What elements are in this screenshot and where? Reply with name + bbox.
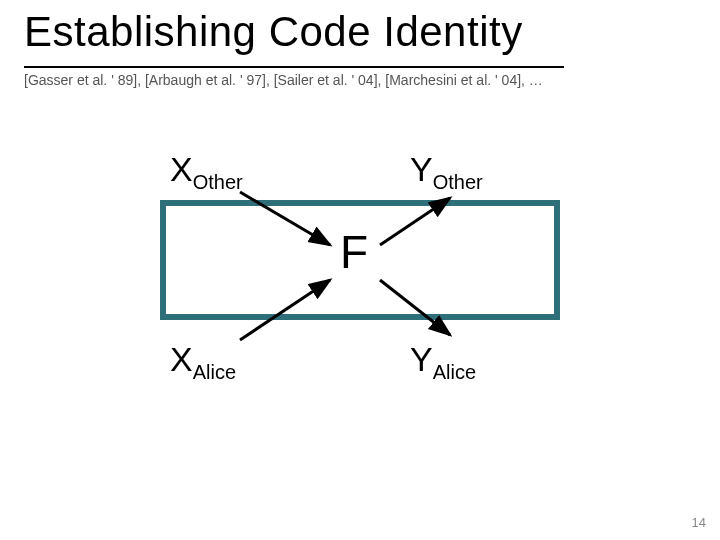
- diagram-container: XOther YOther F XAlice YAlice: [130, 150, 590, 410]
- page-number: 14: [692, 515, 706, 530]
- var-x-alice: XAlice: [170, 340, 236, 384]
- var-x-alice-base: X: [170, 340, 193, 378]
- var-x-alice-sub: Alice: [193, 361, 236, 383]
- arrow-f-to-yalice: [380, 280, 450, 335]
- arrow-f-to-yother: [380, 198, 450, 245]
- var-y-alice-sub: Alice: [433, 361, 476, 383]
- arrow-xother-to-f: [240, 192, 330, 245]
- var-y-alice: YAlice: [410, 340, 476, 384]
- citations-line: [Gasser et al. ' 89], [Arbaugh et al. ' …: [24, 72, 543, 88]
- page-title: Establishing Code Identity: [24, 8, 523, 56]
- title-underline: [24, 66, 564, 68]
- arrow-xalice-to-f: [240, 280, 330, 340]
- var-y-alice-base: Y: [410, 340, 433, 378]
